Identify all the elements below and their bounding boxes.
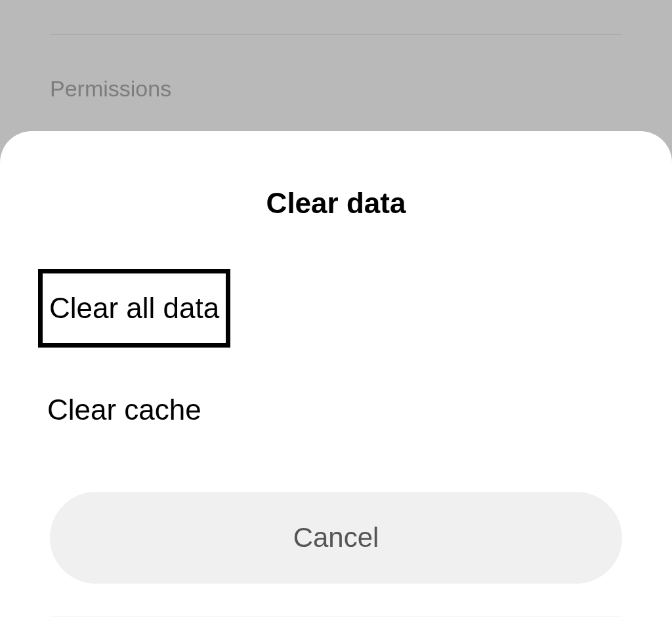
clear-cache-label: Clear cache xyxy=(47,393,201,426)
clear-all-data-option[interactable]: Clear all data xyxy=(38,269,230,348)
clear-cache-option[interactable]: Clear cache xyxy=(38,387,634,433)
section-divider xyxy=(50,34,622,35)
clear-all-data-label: Clear all data xyxy=(49,292,219,324)
permissions-section-label: Permissions xyxy=(50,76,171,102)
clear-data-modal: Clear data Clear all data Clear cache Ca… xyxy=(0,131,672,623)
modal-title: Clear data xyxy=(0,187,672,220)
modal-bottom-divider xyxy=(50,616,622,616)
cancel-button[interactable]: Cancel xyxy=(50,492,622,584)
